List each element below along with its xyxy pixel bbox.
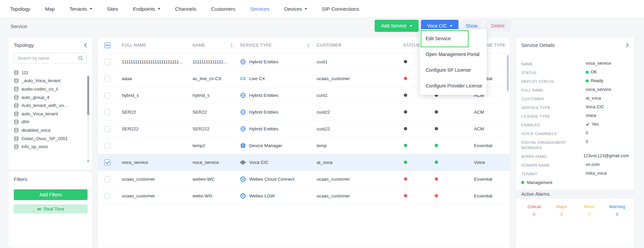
sort-icon[interactable] xyxy=(230,43,233,48)
value-status-icon xyxy=(586,122,590,126)
database-icon xyxy=(14,86,18,91)
column-header-service-type[interactable]: SERVICE TYPE xyxy=(240,43,317,48)
alarm-count: 0 xyxy=(576,212,603,217)
add-service-button[interactable]: Add Service xyxy=(375,20,419,32)
status-dot xyxy=(404,60,407,63)
detail-field-value: OK xyxy=(586,69,629,75)
collapse-panel-button[interactable] xyxy=(626,43,629,48)
row-checkbox[interactable] xyxy=(104,143,110,149)
tenant-tree-item[interactable]: info_sp_ovoc xyxy=(8,142,84,151)
table-row[interactable]: ucaas_customer webx-WG Webex LGW ucaas_c… xyxy=(98,188,510,204)
database-icon xyxy=(14,136,18,141)
nav-item[interactable]: Channels xyxy=(175,6,196,12)
detail-field-label: ENABLED xyxy=(521,122,586,128)
tenant-tree-item[interactable]: Auto_tenant_with_vo... xyxy=(8,101,84,110)
cell-service-type: Hybrid Entities xyxy=(240,92,317,98)
scroll-down-arrow-icon[interactable] xyxy=(87,161,90,162)
nav-item[interactable]: Sites xyxy=(107,6,118,12)
management-link[interactable]: Management xyxy=(516,179,634,190)
cell-customer: temp xyxy=(317,143,403,148)
nav-item[interactable]: Tenants xyxy=(69,6,92,12)
sort-icon[interactable] xyxy=(307,43,310,48)
cell-service-type: Device Manager xyxy=(240,143,317,148)
tenant-tree-item[interactable]: Golan_Ovoc_SP_2001 xyxy=(8,134,84,143)
row-checkbox[interactable] xyxy=(104,109,110,115)
tenant-tree-item[interactable]: disabled_voca xyxy=(8,126,84,134)
tenant-name: dfrh xyxy=(21,119,29,124)
tenant-tree-item[interactable]: auto_Voca_tenant xyxy=(8,110,84,118)
service-type-icon xyxy=(240,193,246,199)
delete-label: Delete xyxy=(491,23,504,28)
status-dot xyxy=(404,110,407,114)
row-checkbox[interactable] xyxy=(104,92,110,99)
row-checkbox[interactable] xyxy=(104,176,110,182)
nav-item[interactable]: SIP Connections xyxy=(322,6,359,12)
cell-full-name: aaaa xyxy=(122,76,193,81)
alarm-counter: Major 0 xyxy=(548,204,576,217)
delete-button[interactable]: Delete xyxy=(485,20,511,32)
deploy-status-dot xyxy=(435,110,438,114)
tenant-name: Golan_Ovoc_SP_2001 xyxy=(21,136,68,141)
tenant-tree-item[interactable]: _auto_Voca_tenant xyxy=(8,77,84,85)
table-row[interactable]: ucaas_customer webex-WC Webex Cloud Conn… xyxy=(98,171,510,188)
nav-item-label: Topology xyxy=(10,6,30,12)
detail-field-label: FULL NAME xyxy=(521,87,586,93)
status-dot xyxy=(404,194,407,197)
status-dot xyxy=(404,177,407,181)
row-checkbox[interactable] xyxy=(104,59,110,65)
detail-field-value: 0 xyxy=(586,130,629,136)
cell-service-type: Hybrid Entities xyxy=(240,109,317,115)
row-checkbox[interactable] xyxy=(104,193,110,199)
row-checkbox[interactable] xyxy=(104,76,110,82)
cell-license-type: ACM xyxy=(474,126,511,131)
real-time-button[interactable]: ∞ Real Time xyxy=(14,204,88,213)
cell-name: temp2 xyxy=(193,143,240,148)
cell-customer: cust1 xyxy=(317,59,403,64)
chevron-down-icon xyxy=(158,8,160,10)
nav-item[interactable]: Devices xyxy=(284,6,307,12)
table-row[interactable]: temp2 Device Manager temp Essential xyxy=(98,137,510,154)
nav-item[interactable]: Topology xyxy=(10,6,30,12)
column-header-customer[interactable]: CUSTOMER xyxy=(317,43,403,48)
row-checkbox[interactable] xyxy=(104,126,110,132)
table-row[interactable]: voca_service voca_service Voca CIC at_vo… xyxy=(98,154,510,171)
detail-field-value: 0 xyxy=(586,139,629,144)
search-input[interactable] xyxy=(17,56,75,61)
alarm-severity-label: Warning xyxy=(603,204,631,209)
service-type-icon xyxy=(240,176,246,182)
tenant-tree-item[interactable]: 111 xyxy=(8,68,84,77)
table-row[interactable]: SER222 SER222 Hybrid Entities cust22 ACM xyxy=(98,121,510,137)
dropdown-menu-item[interactable]: Edit Service xyxy=(420,30,487,46)
detail-field: DOMAIN NAME vo.com xyxy=(521,162,629,168)
search-icon[interactable] xyxy=(78,56,83,61)
column-header-name[interactable]: NAME xyxy=(193,43,240,48)
tenant-tree-item[interactable]: auto_group_4 xyxy=(8,93,84,102)
column-header-full-name[interactable]: FULL NAME xyxy=(122,43,193,48)
tenant-tree-item[interactable]: audio-codes_co_il xyxy=(8,85,84,93)
detail-field-label: LICENSE TYPE xyxy=(521,113,586,119)
scrollbar-thumb[interactable] xyxy=(87,76,89,115)
detail-field-label: SERVICE TYPE xyxy=(521,104,586,110)
add-filters-button[interactable]: Add Filters xyxy=(14,189,88,200)
tenant-tree-item[interactable]: dfrh xyxy=(8,118,84,126)
detail-field: VOICE CHANNELS 0 xyxy=(521,130,629,136)
nav-item[interactable]: Endpoints xyxy=(133,6,160,12)
nav-item[interactable]: Customers xyxy=(211,6,235,12)
dropdown-menu-item[interactable]: Configure Provider License xyxy=(420,78,487,94)
tenant-name: audio-codes_co_il xyxy=(21,86,58,91)
table-row[interactable]: SER22 SER22 Hybrid Entities cust22 ACM xyxy=(98,104,510,121)
select-all-checkbox[interactable] xyxy=(104,42,110,48)
table-scrollbar-thumb[interactable] xyxy=(507,55,509,91)
dropdown-menu-item[interactable]: Open Management Portal xyxy=(420,46,487,62)
dropdown-menu-item[interactable]: Configure SP License xyxy=(420,62,487,78)
service-type-label: Hybrid Entities xyxy=(249,93,278,98)
nav-item[interactable]: Map xyxy=(45,6,55,12)
cell-customer: cust1 xyxy=(317,93,403,98)
scrollbar-track[interactable] xyxy=(87,75,89,159)
top-navigation: Topology Map Tenants Sites Endpoints Cha… xyxy=(0,0,644,18)
detail-field-label: ADMIN EMAIL xyxy=(521,153,583,159)
row-checkbox[interactable] xyxy=(104,160,110,166)
collapse-panel-button[interactable] xyxy=(84,43,87,48)
nav-item[interactable]: Services xyxy=(250,6,270,12)
detail-field-value: rivka_voca xyxy=(586,171,629,176)
